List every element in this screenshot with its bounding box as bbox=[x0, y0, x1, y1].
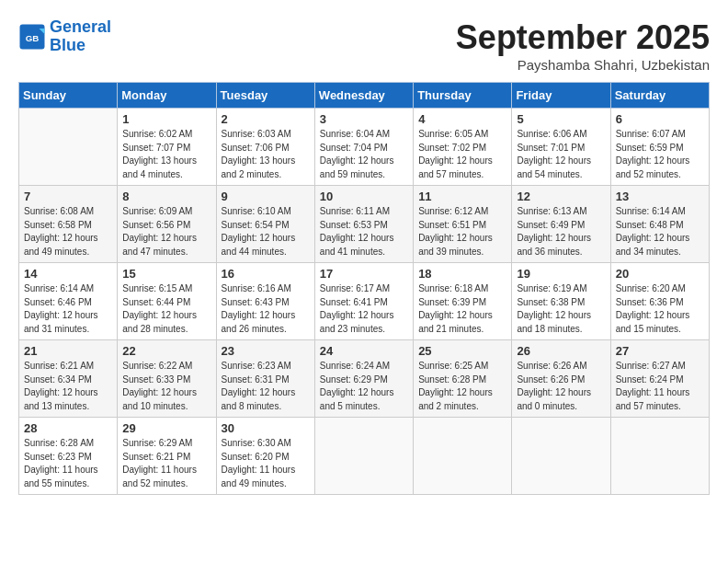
weekday-header-monday: Monday bbox=[118, 83, 216, 109]
calendar-cell: 20Sunrise: 6:20 AM Sunset: 6:36 PM Dayli… bbox=[610, 263, 709, 340]
week-row-2: 7Sunrise: 6:08 AM Sunset: 6:58 PM Daylig… bbox=[19, 186, 710, 263]
calendar-cell: 26Sunrise: 6:26 AM Sunset: 6:26 PM Dayli… bbox=[512, 340, 610, 418]
calendar-cell: 4Sunrise: 6:05 AM Sunset: 7:02 PM Daylig… bbox=[414, 109, 512, 186]
calendar-cell: 24Sunrise: 6:24 AM Sunset: 6:29 PM Dayli… bbox=[314, 340, 413, 418]
cell-info: Sunrise: 6:04 AM Sunset: 7:04 PM Dayligh… bbox=[320, 128, 408, 181]
week-row-1: 1Sunrise: 6:02 AM Sunset: 7:07 PM Daylig… bbox=[19, 109, 710, 186]
cell-info: Sunrise: 6:18 AM Sunset: 6:39 PM Dayligh… bbox=[418, 282, 506, 336]
day-number: 13 bbox=[616, 190, 704, 203]
day-number: 29 bbox=[122, 421, 210, 435]
calendar-cell: 21Sunrise: 6:21 AM Sunset: 6:34 PM Dayli… bbox=[19, 340, 118, 418]
cell-info: Sunrise: 6:09 AM Sunset: 6:56 PM Dayligh… bbox=[122, 205, 210, 259]
cell-info: Sunrise: 6:17 AM Sunset: 6:41 PM Dayligh… bbox=[320, 282, 408, 336]
svg-text:GB: GB bbox=[26, 32, 40, 42]
day-number: 20 bbox=[616, 267, 704, 281]
cell-info: Sunrise: 6:19 AM Sunset: 6:38 PM Dayligh… bbox=[517, 282, 605, 336]
logo-icon: GB bbox=[18, 23, 46, 51]
day-number: 11 bbox=[418, 190, 506, 203]
cell-info: Sunrise: 6:27 AM Sunset: 6:24 PM Dayligh… bbox=[616, 360, 704, 413]
calendar-cell: 25Sunrise: 6:25 AM Sunset: 6:28 PM Dayli… bbox=[414, 340, 512, 418]
calendar-cell: 29Sunrise: 6:29 AM Sunset: 6:21 PM Dayli… bbox=[118, 418, 216, 495]
day-number: 21 bbox=[24, 344, 112, 358]
day-number: 15 bbox=[122, 267, 210, 281]
day-number: 24 bbox=[320, 344, 408, 358]
cell-info: Sunrise: 6:02 AM Sunset: 7:07 PM Dayligh… bbox=[122, 128, 210, 181]
page-header: GB General Blue September 2025 Payshamba… bbox=[18, 18, 710, 73]
calendar-cell: 2Sunrise: 6:03 AM Sunset: 7:06 PM Daylig… bbox=[216, 109, 314, 186]
cell-info: Sunrise: 6:10 AM Sunset: 6:54 PM Dayligh… bbox=[222, 205, 310, 259]
calendar-cell: 23Sunrise: 6:23 AM Sunset: 6:31 PM Dayli… bbox=[216, 340, 314, 418]
cell-info: Sunrise: 6:24 AM Sunset: 6:29 PM Dayligh… bbox=[320, 360, 408, 413]
cell-info: Sunrise: 6:13 AM Sunset: 6:49 PM Dayligh… bbox=[517, 205, 605, 259]
calendar-cell: 9Sunrise: 6:10 AM Sunset: 6:54 PM Daylig… bbox=[216, 186, 314, 263]
cell-info: Sunrise: 6:22 AM Sunset: 6:33 PM Dayligh… bbox=[122, 360, 210, 413]
cell-info: Sunrise: 6:25 AM Sunset: 6:28 PM Dayligh… bbox=[418, 360, 506, 413]
calendar-cell bbox=[19, 109, 118, 186]
location: Payshamba Shahri, Uzbekistan bbox=[456, 57, 710, 73]
day-number: 3 bbox=[320, 112, 408, 126]
calendar-cell: 10Sunrise: 6:11 AM Sunset: 6:53 PM Dayli… bbox=[314, 186, 413, 263]
weekday-header-friday: Friday bbox=[512, 83, 610, 109]
weekday-header-saturday: Saturday bbox=[610, 83, 709, 109]
calendar-cell: 6Sunrise: 6:07 AM Sunset: 6:59 PM Daylig… bbox=[610, 109, 709, 186]
day-number: 5 bbox=[517, 112, 605, 126]
cell-info: Sunrise: 6:05 AM Sunset: 7:02 PM Dayligh… bbox=[418, 128, 506, 181]
cell-info: Sunrise: 6:21 AM Sunset: 6:34 PM Dayligh… bbox=[24, 360, 112, 413]
day-number: 30 bbox=[222, 421, 310, 435]
cell-info: Sunrise: 6:06 AM Sunset: 7:01 PM Dayligh… bbox=[517, 128, 605, 181]
week-row-5: 28Sunrise: 6:28 AM Sunset: 6:23 PM Dayli… bbox=[19, 418, 710, 495]
cell-info: Sunrise: 6:26 AM Sunset: 6:26 PM Dayligh… bbox=[517, 360, 605, 413]
cell-info: Sunrise: 6:29 AM Sunset: 6:21 PM Dayligh… bbox=[122, 437, 210, 490]
calendar-cell bbox=[414, 418, 512, 495]
weekday-header-sunday: Sunday bbox=[19, 83, 118, 109]
cell-info: Sunrise: 6:08 AM Sunset: 6:58 PM Dayligh… bbox=[24, 205, 112, 259]
calendar-cell: 19Sunrise: 6:19 AM Sunset: 6:38 PM Dayli… bbox=[512, 263, 610, 340]
day-number: 4 bbox=[418, 112, 506, 126]
cell-info: Sunrise: 6:14 AM Sunset: 6:48 PM Dayligh… bbox=[616, 205, 704, 259]
day-number: 7 bbox=[24, 190, 112, 203]
cell-info: Sunrise: 6:30 AM Sunset: 6:20 PM Dayligh… bbox=[222, 437, 310, 490]
calendar-cell: 7Sunrise: 6:08 AM Sunset: 6:58 PM Daylig… bbox=[19, 186, 118, 263]
calendar-cell bbox=[314, 418, 413, 495]
month-title: September 2025 bbox=[456, 18, 710, 57]
cell-info: Sunrise: 6:20 AM Sunset: 6:36 PM Dayligh… bbox=[616, 282, 704, 336]
calendar-cell: 8Sunrise: 6:09 AM Sunset: 6:56 PM Daylig… bbox=[118, 186, 216, 263]
calendar-cell: 18Sunrise: 6:18 AM Sunset: 6:39 PM Dayli… bbox=[414, 263, 512, 340]
weekday-header-wednesday: Wednesday bbox=[314, 83, 413, 109]
logo: GB General Blue bbox=[18, 18, 111, 55]
day-number: 6 bbox=[616, 112, 704, 126]
day-number: 18 bbox=[418, 267, 506, 281]
day-number: 19 bbox=[517, 267, 605, 281]
day-number: 22 bbox=[122, 344, 210, 358]
logo-text: General Blue bbox=[50, 18, 111, 55]
day-number: 10 bbox=[320, 190, 408, 203]
day-number: 26 bbox=[517, 344, 605, 358]
calendar-table: SundayMondayTuesdayWednesdayThursdayFrid… bbox=[18, 82, 710, 495]
day-number: 23 bbox=[222, 344, 310, 358]
calendar-cell: 15Sunrise: 6:15 AM Sunset: 6:44 PM Dayli… bbox=[118, 263, 216, 340]
cell-info: Sunrise: 6:07 AM Sunset: 6:59 PM Dayligh… bbox=[616, 128, 704, 181]
day-number: 12 bbox=[517, 190, 605, 203]
cell-info: Sunrise: 6:14 AM Sunset: 6:46 PM Dayligh… bbox=[24, 282, 112, 336]
calendar-cell: 13Sunrise: 6:14 AM Sunset: 6:48 PM Dayli… bbox=[610, 186, 709, 263]
calendar-cell: 14Sunrise: 6:14 AM Sunset: 6:46 PM Dayli… bbox=[19, 263, 118, 340]
day-number: 28 bbox=[24, 421, 112, 435]
cell-info: Sunrise: 6:16 AM Sunset: 6:43 PM Dayligh… bbox=[222, 282, 310, 336]
cell-info: Sunrise: 6:23 AM Sunset: 6:31 PM Dayligh… bbox=[222, 360, 310, 413]
calendar-cell: 17Sunrise: 6:17 AM Sunset: 6:41 PM Dayli… bbox=[314, 263, 413, 340]
calendar-cell: 22Sunrise: 6:22 AM Sunset: 6:33 PM Dayli… bbox=[118, 340, 216, 418]
calendar-cell bbox=[512, 418, 610, 495]
calendar-cell: 16Sunrise: 6:16 AM Sunset: 6:43 PM Dayli… bbox=[216, 263, 314, 340]
weekday-header-tuesday: Tuesday bbox=[216, 83, 314, 109]
calendar-cell: 12Sunrise: 6:13 AM Sunset: 6:49 PM Dayli… bbox=[512, 186, 610, 263]
calendar-cell: 11Sunrise: 6:12 AM Sunset: 6:51 PM Dayli… bbox=[414, 186, 512, 263]
day-number: 27 bbox=[616, 344, 704, 358]
cell-info: Sunrise: 6:12 AM Sunset: 6:51 PM Dayligh… bbox=[418, 205, 506, 259]
title-block: September 2025 Payshamba Shahri, Uzbekis… bbox=[456, 18, 710, 73]
day-number: 9 bbox=[222, 190, 310, 203]
cell-info: Sunrise: 6:28 AM Sunset: 6:23 PM Dayligh… bbox=[24, 437, 112, 490]
calendar-cell: 1Sunrise: 6:02 AM Sunset: 7:07 PM Daylig… bbox=[118, 109, 216, 186]
calendar-cell: 3Sunrise: 6:04 AM Sunset: 7:04 PM Daylig… bbox=[314, 109, 413, 186]
calendar-cell: 27Sunrise: 6:27 AM Sunset: 6:24 PM Dayli… bbox=[610, 340, 709, 418]
weekday-header-row: SundayMondayTuesdayWednesdayThursdayFrid… bbox=[19, 83, 710, 109]
